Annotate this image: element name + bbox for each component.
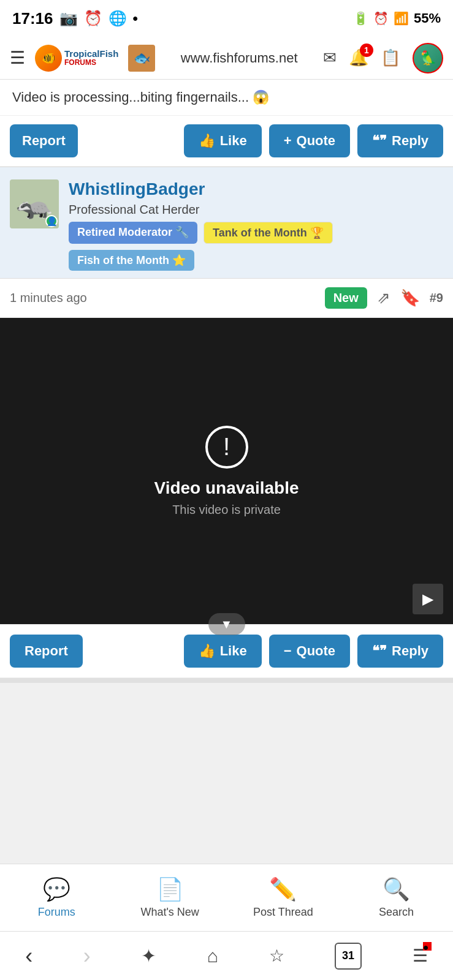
post-thread-label: Post Thread [253, 906, 313, 919]
url-bar[interactable]: www.fishforums.net [165, 50, 313, 66]
home-icon[interactable]: ⌂ [207, 946, 218, 967]
video-error-icon: ! [205, 426, 248, 469]
like-icon-bottom: 👍 [199, 643, 215, 659]
status-right: 🔋 ⏰ 📶 55% [353, 10, 441, 26]
quote-label-bottom: Quote [297, 643, 336, 659]
browser-nav: ‹ › ✦ ⌂ ☆ 31 ☰ ● [0, 931, 453, 980]
reply-icon-bottom: ❝❞ [372, 643, 387, 659]
new-badge: New [325, 287, 367, 309]
nav-whats-new[interactable]: 📄 What's New [113, 876, 227, 919]
share-icon[interactable]: ⇗ [377, 288, 390, 307]
reply-button-bottom[interactable]: ❝❞ Reply [357, 635, 443, 668]
post-meta: 1 minutes ago New ⇗ 🔖 #9 [0, 279, 453, 318]
forums-icon: 💬 [43, 876, 70, 902]
badges: Retired Moderator 🔧 Tank of the Month 🏆 … [69, 222, 443, 271]
user-card: 🦡 👤 WhistlingBadger Professional Cat Her… [0, 167, 453, 279]
separator-2 [0, 678, 453, 683]
tab-counter[interactable]: 31 [335, 943, 362, 970]
bottom-nav: 💬 Forums 📄 What's New ✏️ Post Thread 🔍 S… [0, 864, 453, 931]
like-icon-top: 👍 [199, 133, 215, 149]
avatar[interactable]: 🦜 [413, 43, 443, 74]
report-button-bottom[interactable]: Report [10, 635, 83, 668]
status-bar: 17:16 📷 ⏰ 🌐 • 🔋 ⏰ 📶 55% [0, 0, 453, 37]
reply-label-bottom: Reply [392, 643, 428, 659]
forums-label: Forums [38, 906, 75, 919]
quote-minus-icon-bottom: − [284, 643, 292, 659]
alarm-icon: ⏰ [373, 11, 389, 26]
notification-badge: 1 [360, 43, 373, 57]
video-play-button[interactable]: ▶ [413, 584, 443, 614]
username[interactable]: WhistlingBadger [69, 179, 443, 199]
main-content: 17:16 📷 ⏰ 🌐 • 🔋 ⏰ 📶 55% ☰ 🐠 TropicalFish… [0, 0, 453, 805]
like-button-top[interactable]: 👍 Like [184, 124, 262, 157]
nav-search[interactable]: 🔍 Search [340, 876, 453, 919]
logo-text-main: TropicalFish [64, 49, 118, 59]
logo-circle: 🐠 [35, 45, 62, 72]
status-browser-icon: 🌐 [108, 10, 127, 27]
status-time: 17:16 [12, 9, 53, 28]
user-title: Professional Cat Herder [69, 203, 443, 217]
wifi-icon: 📶 [394, 11, 409, 26]
quote-button-bottom[interactable]: − Quote [269, 635, 350, 668]
status-camera-icon: 📷 [59, 10, 78, 27]
reply-icon-top: ❝❞ [372, 133, 387, 149]
processing-text: Video is processing...biting fingernails… [12, 89, 269, 105]
video-container[interactable]: ! Video unavailable This video is privat… [0, 318, 453, 624]
like-label-bottom: Like [220, 643, 247, 659]
search-icon: 🔍 [383, 876, 410, 902]
video-unavailable-subtitle: This video is private [172, 503, 281, 517]
like-button-bottom[interactable]: 👍 Like [184, 635, 262, 668]
user-avatar-wrap: 🦡 👤 [10, 179, 59, 228]
sparkle-icon[interactable]: ✦ [141, 945, 156, 967]
search-label: Search [379, 906, 414, 919]
scroll-indicator: ▼ [208, 613, 245, 635]
badge-fish-of-month: Fish of the Month ⭐ [69, 250, 194, 271]
report-button-top[interactable]: Report [10, 124, 78, 157]
user-info: WhistlingBadger Professional Cat Herder … [69, 179, 443, 278]
battery-icon: 🔋 [353, 11, 368, 26]
status-dot: • [133, 10, 138, 27]
video-unavailable-title: Video unavailable [154, 478, 299, 498]
bookmark-nav-icon[interactable]: 📋 [381, 48, 400, 67]
status-left: 17:16 📷 ⏰ 🌐 • [12, 9, 138, 28]
badge-retired-moderator: Retired Moderator 🔧 [69, 222, 197, 244]
quote-plus-icon-top: + [284, 133, 292, 149]
favorites-icon[interactable]: ☆ [269, 946, 284, 966]
bookmark-icon[interactable]: 🔖 [400, 288, 420, 307]
whats-new-label: What's New [140, 906, 199, 919]
like-label-top: Like [220, 133, 247, 149]
hamburger-icon[interactable]: ☰ [10, 48, 25, 68]
status-alarm-icon: ⏰ [84, 10, 102, 27]
nav-forums[interactable]: 💬 Forums [0, 876, 113, 919]
quote-label-top: Quote [297, 133, 336, 149]
post-time: 1 minutes ago [10, 291, 87, 305]
action-bar-top: Report 👍 Like + Quote ❝❞ Reply [0, 116, 453, 167]
whats-new-icon: 📄 [156, 876, 184, 902]
nav-bar: ☰ 🐠 TropicalFish FORUMS 🐟 www.fishforums… [0, 37, 453, 80]
menu-dot: ● [423, 942, 432, 951]
user-card-header: 🦡 👤 WhistlingBadger Professional Cat Her… [10, 179, 443, 278]
logo-text-sub: FORUMS [64, 59, 118, 67]
quote-button-top[interactable]: + Quote [269, 124, 350, 157]
post-thread-icon: ✏️ [269, 876, 297, 902]
battery-level: 55% [414, 10, 441, 26]
nav-post-thread[interactable]: ✏️ Post Thread [227, 876, 340, 919]
message-icon[interactable]: ✉ [323, 48, 337, 67]
fish-thumbnail: 🐟 [128, 45, 155, 72]
post-actions: New ⇗ 🔖 #9 [325, 287, 443, 309]
back-icon[interactable]: ‹ [25, 943, 32, 969]
notification-icon[interactable]: 🔔 1 [349, 48, 368, 67]
reply-button-top[interactable]: ❝❞ Reply [357, 124, 443, 157]
online-indicator: 👤 [45, 215, 58, 227]
badge-tank-of-month: Tank of the Month 🏆 [204, 222, 333, 244]
processing-banner: Video is processing...biting fingernails… [0, 80, 453, 116]
site-logo[interactable]: 🐠 TropicalFish FORUMS [35, 45, 118, 72]
reply-label-top: Reply [392, 133, 428, 149]
nav-actions: ✉ 🔔 1 📋 🦜 [323, 43, 443, 74]
forward-icon[interactable]: › [83, 943, 91, 969]
post-number: #9 [430, 291, 443, 305]
browser-menu-wrap: ☰ ● [413, 946, 428, 966]
